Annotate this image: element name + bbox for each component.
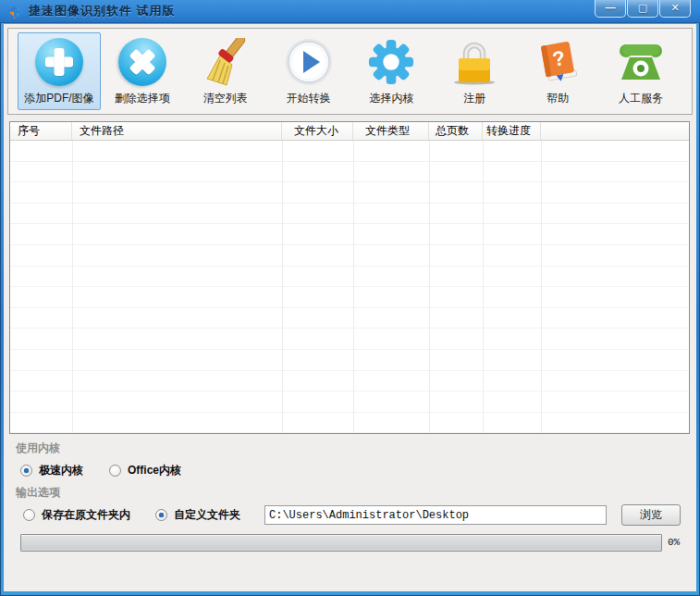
app-window: 捷速图像识别软件 试用版 — ▢ ✕ 添加PDF/图像 删除选择项 [0, 0, 700, 596]
output-section-title: 输出选项 [16, 485, 60, 501]
grid-line [353, 141, 354, 433]
column-header-progress[interactable]: 转换进度 [483, 122, 541, 140]
kernel-option-fast[interactable]: 极速内核 [20, 462, 83, 478]
file-table-body[interactable] [10, 141, 689, 433]
delete-x-icon [117, 36, 168, 88]
browse-button[interactable]: 浏览 [621, 504, 681, 526]
grid-line [429, 141, 430, 433]
broom-icon [200, 36, 252, 88]
client-area: 添加PDF/图像 删除选择项 清空列表 [4, 24, 696, 591]
radio-custom-folder[interactable] [155, 509, 167, 521]
radio-fast-kernel[interactable] [20, 465, 32, 477]
kernel-section-title: 使用内核 [16, 441, 60, 456]
gear-icon [365, 36, 417, 88]
phone-icon [615, 36, 667, 88]
delete-selected-button[interactable]: 删除选择项 [101, 32, 184, 110]
progress-bar [20, 534, 662, 552]
start-convert-button[interactable]: 开始转换 [267, 32, 350, 110]
window-title: 捷速图像识别软件 试用版 [29, 3, 176, 19]
output-path-input[interactable] [264, 505, 607, 525]
select-kernel-button[interactable]: 选择内核 [350, 32, 434, 110]
output-option-original-folder[interactable]: 保存在原文件夹内 [23, 506, 130, 523]
grid-line [541, 141, 542, 433]
radio-save-original-folder[interactable] [23, 509, 35, 521]
file-table-header: 序号 文件路径 文件大小 文件类型 总页数 转换进度 [10, 122, 689, 141]
radio-office-kernel[interactable] [109, 465, 121, 477]
maximize-button[interactable]: ▢ [627, 0, 658, 18]
help-book-icon: ? [532, 36, 583, 88]
file-table[interactable]: 序号 文件路径 文件大小 文件类型 总页数 转换进度 [9, 121, 690, 434]
lock-icon [448, 36, 500, 88]
grid-line [72, 141, 73, 433]
grid-line [483, 141, 484, 433]
output-option-custom-folder[interactable]: 自定义文件夹 [155, 506, 240, 523]
titlebar[interactable]: 捷速图像识别软件 试用版 — ▢ ✕ [0, 0, 700, 23]
column-header-type[interactable]: 文件类型 [353, 122, 429, 140]
column-header-path[interactable]: 文件路径 [72, 122, 282, 140]
register-button[interactable]: 注册 [433, 32, 516, 110]
window-controls: — ▢ ✕ [594, 0, 691, 18]
add-plus-icon [33, 36, 85, 88]
close-button[interactable]: ✕ [659, 0, 691, 18]
human-service-button[interactable]: 人工服务 [599, 32, 682, 110]
app-logo-icon [8, 4, 23, 19]
minimize-button[interactable]: — [595, 0, 626, 18]
grid-line [282, 141, 283, 433]
clear-list-button[interactable]: 清空列表 [184, 32, 267, 110]
column-header-index[interactable]: 序号 [10, 122, 72, 140]
column-header-pages[interactable]: 总页数 [429, 122, 483, 140]
progress-percent-label: 0% [668, 537, 680, 548]
help-button[interactable]: ? 帮助 [516, 32, 599, 110]
column-header-filler [541, 122, 689, 140]
kernel-option-office[interactable]: Office内核 [109, 462, 181, 478]
add-pdf-image-button[interactable]: 添加PDF/图像 [18, 32, 101, 110]
toolbar: 添加PDF/图像 删除选择项 清空列表 [7, 28, 693, 115]
play-icon [283, 36, 335, 88]
column-header-size[interactable]: 文件大小 [282, 122, 353, 140]
